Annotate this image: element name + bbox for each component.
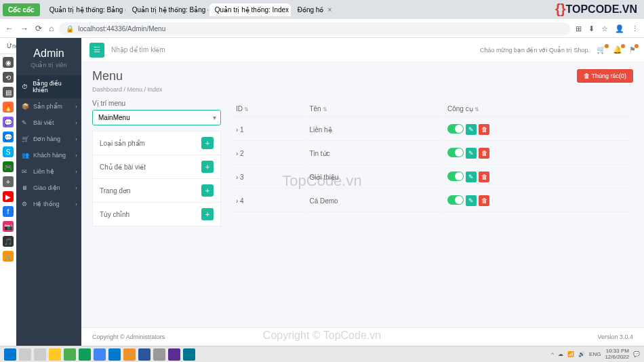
toggle-switch[interactable] [447,195,464,205]
app-icon[interactable]: 🛒 [3,251,14,262]
app-icon[interactable]: 💬 [3,132,14,142]
taskbar-app[interactable] [34,348,46,361]
sidebar-item-interface[interactable]: 🖥Giao diện‹ [16,180,81,196]
reload-icon[interactable]: ⟳ [35,24,42,33]
taskbar-app[interactable] [123,348,136,361]
col-tools[interactable]: Công cụ⇅ [445,101,632,117]
xbox-icon[interactable]: 🎮 [3,161,14,172]
system-clock[interactable]: 10:33 PM 12/6/2022 [605,348,629,361]
home-icon[interactable]: ⌂ [49,24,54,33]
col-id[interactable]: ID⇅ [233,101,305,117]
star-icon[interactable]: ☆ [601,24,608,33]
tray-chevron-icon[interactable]: ^ [551,351,554,357]
tray-volume-icon[interactable]: 🔊 [578,351,585,357]
toggle-switch[interactable] [447,124,464,134]
tab-title: Quản trị hệ thống: Bảng điề... [132,6,208,14]
savings-icon[interactable]: ⬇ [588,24,595,33]
coccoc-icon[interactable] [64,348,76,361]
sidebar-item-dashboard[interactable]: ⏱Bảng điều khiển [16,75,81,98]
taskview-icon[interactable] [19,348,31,361]
tray-wifi-icon[interactable]: 📶 [567,351,574,357]
vscode-icon[interactable] [108,348,121,361]
sidebar-item-label: Hệ thống [33,201,60,207]
edit-button[interactable]: ✎ [466,148,477,159]
facebook-icon[interactable]: f [3,206,14,217]
browser-tab[interactable]: Quản trị hệ thống: Bảng điề...× [127,3,208,16]
browser-tab-active[interactable]: Quản trị hệ thống: Index× [209,3,291,16]
taskbar-app[interactable] [153,348,165,361]
app-icon[interactable]: 🎵 [3,236,14,247]
app-icon[interactable]: 🔥 [3,102,14,113]
cart-icon[interactable]: 🛒 [597,45,606,54]
visualstudio-icon[interactable] [168,348,180,361]
tray-lang[interactable]: ENG [589,351,601,357]
flag-icon[interactable]: ⚑ [629,45,636,54]
taskbar-app[interactable] [183,348,195,361]
cell-name[interactable]: Cá Demo [306,190,443,212]
add-button[interactable]: + [201,208,214,220]
chevron-left-icon: ‹ [75,153,77,159]
trash-button[interactable]: 🗑 Thùng rác(0) [577,69,633,83]
back-icon[interactable]: ← [5,24,14,33]
skype-icon[interactable]: S [3,146,14,157]
add-button[interactable]: + [201,161,214,173]
hamburger-button[interactable]: ☰ [89,43,104,58]
gear-icon: ⚙ [22,201,30,207]
close-icon[interactable]: × [327,6,331,14]
breadcrumb-item[interactable]: Dashboard [92,86,122,93]
sidebar-item-products[interactable]: 📦Sản phẩm‹ [16,98,81,115]
delete-button[interactable]: 🗑 [479,148,489,159]
menu-position-select[interactable]: MainMenu [92,110,221,125]
delete-button[interactable]: 🗑 [479,124,489,135]
sidebar-item-system[interactable]: ⚙Hệ thống‹ [16,196,81,212]
cell-name[interactable]: Liên hệ [306,119,443,141]
table-row: › 3 Giới thiệu ✎ 🗑 [233,166,632,188]
add-button[interactable]: + [201,184,214,197]
category-item[interactable]: Loại sản phẩm+ [92,131,221,155]
edit-button[interactable]: ✎ [466,195,477,206]
add-button[interactable]: + [201,137,214,149]
url-text: localhost:44336/Admin/Menu [78,25,165,33]
tray-cloud-icon[interactable]: ☁ [558,351,563,357]
explorer-icon[interactable] [49,348,61,361]
browser-tab[interactable]: Quản trị hệ thống: Bảng điề...× [44,3,125,16]
sidebar-item-orders[interactable]: 🛒Đơn hàng‹ [16,131,81,147]
plus-icon[interactable]: + [3,176,14,187]
delete-button[interactable]: 🗑 [479,195,489,206]
extension-icon[interactable]: ⊞ [576,24,582,33]
address-bar[interactable]: 🔒 localhost:44336/Admin/Menu [59,22,570,35]
notifications-icon[interactable]: 💬 [633,351,640,357]
sidebar-item-contact[interactable]: ✉Liên hệ‹ [16,163,81,180]
bell-icon[interactable]: 🔔 [613,45,622,54]
sidebar-item-customers[interactable]: 👥Khách hàng‹ [16,147,81,163]
taskbar-app[interactable] [79,348,91,361]
delete-button[interactable]: 🗑 [479,172,489,182]
breadcrumb-item[interactable]: Menu [127,86,143,93]
instagram-icon[interactable]: 📷 [3,221,14,232]
messenger-icon[interactable]: 💬 [3,117,14,127]
menu-icon[interactable]: ⋮ [631,24,639,33]
category-item[interactable]: Tùy chỉnh+ [92,202,221,226]
cell-name[interactable]: Giới thiệu [306,166,443,188]
toggle-switch[interactable] [447,148,464,157]
forward-icon[interactable]: → [20,24,28,33]
profile-icon[interactable]: 👤 [615,24,624,33]
search-input[interactable]: Nhập để tìm kiếm [111,46,480,54]
category-item[interactable]: Trang đơn+ [92,178,221,203]
browser-tab[interactable]: Đồng hồ× [292,3,338,16]
os-icon-strip: ◉ ⟲ ▤ 🔥 💬 💬 S 🎮 + ▶ f 📷 🎵 🛒 [0,54,16,262]
col-name[interactable]: Tên⇅ [306,101,443,117]
category-item[interactable]: Chủ đề bài viết+ [92,155,221,179]
edit-button[interactable]: ✎ [466,172,477,182]
toggle-switch[interactable] [447,172,464,181]
app-icon[interactable]: ◉ [3,57,14,68]
app-icon[interactable]: ▤ [3,87,14,98]
edit-button[interactable]: ✎ [466,124,477,135]
app-icon[interactable]: ⟲ [3,72,14,83]
sidebar-item-posts[interactable]: ✎Bài viết‹ [16,115,81,131]
youtube-icon[interactable]: ▶ [3,191,14,202]
cell-name[interactable]: Tin tức [306,142,443,165]
word-icon[interactable] [138,348,150,361]
start-button[interactable] [4,348,16,361]
chrome-icon[interactable] [94,348,106,361]
